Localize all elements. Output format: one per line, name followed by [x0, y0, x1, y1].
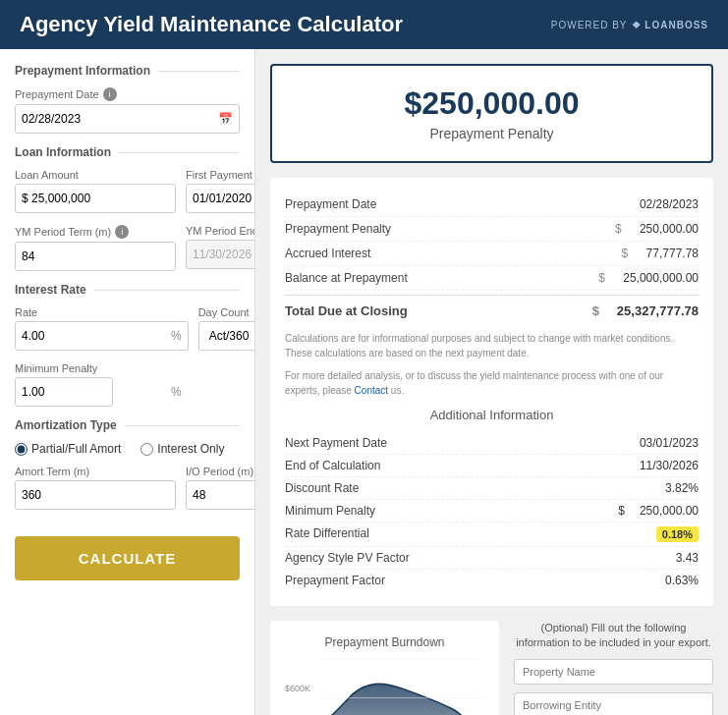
first-payment-input-wrapper: 📅 — [186, 184, 255, 213]
ym-term-info-icon[interactable]: i — [115, 225, 129, 239]
property-name-input[interactable] — [514, 659, 713, 685]
rate-input-wrapper: % — [15, 321, 189, 351]
result-amount: $250,000.00 — [292, 85, 692, 122]
ym-end-input-wrapper — [186, 240, 255, 269]
io-period-group: I/O Period (m) — [186, 466, 255, 510]
total-row-value: $25,327,777.78 — [592, 303, 699, 318]
amort-term-input[interactable] — [22, 488, 169, 502]
left-panel: Prepayment Information Prepayment Date i… — [0, 49, 255, 715]
ym-term-group: YM Period Term (m) i — [15, 225, 176, 271]
interest-only-radio[interactable]: Interest Only — [140, 442, 224, 456]
rate-suffix: % — [171, 329, 182, 343]
rate-diff-badge: 0.18% — [656, 526, 699, 542]
partial-full-amort-label: Partial/Full Amort — [31, 442, 121, 456]
additional-next-payment: Next Payment Date 03/01/2023 — [285, 432, 699, 455]
additional-rate-diff: Rate Differential 0.18% — [285, 522, 699, 547]
prepayment-date-input-wrapper: 📅 — [15, 104, 240, 134]
rate-label: Rate — [15, 306, 189, 318]
day-count-group: Day Count Act/360 Act/365 30/360 — [198, 306, 255, 351]
accrued-interest-row-value: $77,777.78 — [622, 247, 699, 260]
additional-pv-factor: Agency Style PV Factor 3.43 — [285, 547, 699, 570]
chart-section: Prepayment Burndown $600K $400K $200K $0 — [270, 621, 499, 715]
prepayment-date-label: Prepayment Date i — [15, 87, 240, 101]
disclaimer-1: Calculations are for informational purpo… — [285, 331, 699, 360]
day-count-select[interactable]: Act/360 Act/365 30/360 — [199, 322, 255, 350]
first-payment-group: First Payment Date 📅 — [186, 169, 255, 213]
additional-min-penalty: Minimum Penalty $250,000.00 — [285, 500, 699, 522]
chart-container: $600K $400K $200K $0 — [285, 659, 484, 715]
pv-factor-label: Agency Style PV Factor — [285, 551, 410, 565]
app-title: Agency Yield Maintenance Calculator — [20, 12, 403, 37]
io-period-label: I/O Period (m) — [186, 466, 255, 477]
partial-full-amort-radio-input[interactable] — [15, 443, 28, 456]
prepayment-penalty-row-value: $250,000.00 — [615, 222, 699, 236]
min-penalty-group: Minimum Penalty % — [15, 362, 240, 407]
amort-row: Amort Term (m) I/O Period (m) — [15, 466, 240, 522]
chart-plot-area: Q3 2023 Q4 2023 Q1 2024 Q2 2024 Q3 2024 … — [319, 659, 484, 715]
chart-svg — [319, 659, 484, 715]
borrowing-entity-input[interactable] — [514, 692, 713, 715]
calculate-button[interactable]: CALCULATE — [15, 536, 240, 580]
loan-row-2: YM Period Term (m) i YM Period End — [15, 225, 240, 283]
ym-term-input[interactable] — [22, 249, 169, 263]
balance-row-value: $25,000,000.00 — [598, 271, 699, 285]
result-card: $250,000.00 Prepayment Penalty — [270, 64, 713, 163]
ym-end-input — [193, 248, 255, 261]
day-count-select-wrapper: Act/360 Act/365 30/360 — [198, 321, 255, 351]
loan-amount-label: Loan Amount — [15, 169, 176, 181]
balance-row-label: Balance at Prepayment — [285, 271, 408, 285]
rate-diff-label: Rate Differential — [285, 526, 369, 542]
interest-section-title: Interest Rate — [15, 283, 240, 297]
min-penalty-input-wrapper: % — [15, 377, 113, 407]
loan-section-title: Loan Information — [15, 145, 240, 159]
disclaimer-2: For more detailed analysis, or to discus… — [285, 368, 699, 398]
prepayment-date-info-icon[interactable]: i — [103, 87, 117, 101]
summary-row-prepayment-penalty: Prepayment Penalty $250,000.00 — [285, 217, 699, 242]
first-payment-input[interactable] — [193, 192, 255, 205]
summary-row-accrued-interest: Accrued Interest $77,777.78 — [285, 242, 699, 266]
discount-rate-value: 3.82% — [665, 481, 699, 495]
min-penalty-label: Minimum Penalty — [15, 362, 240, 374]
rate-diff-value: 0.18% — [656, 526, 699, 542]
result-label: Prepayment Penalty — [292, 126, 692, 141]
additional-prepayment-factor: Prepayment Factor 0.63% — [285, 570, 699, 591]
prepayment-factor-label: Prepayment Factor — [285, 574, 385, 587]
amort-term-label: Amort Term (m) — [15, 466, 176, 477]
loan-row-1: Loan Amount First Payment Date 📅 — [15, 169, 240, 225]
total-row-label: Total Due at Closing — [285, 303, 408, 318]
io-period-input[interactable] — [193, 488, 255, 502]
right-panel: $250,000.00 Prepayment Penalty Prepaymen… — [255, 49, 728, 715]
contact-link[interactable]: Contact — [355, 385, 388, 396]
next-payment-value: 03/01/2023 — [640, 436, 699, 450]
chart-title: Prepayment Burndown — [285, 635, 484, 649]
amort-type-radio-group: Partial/Full Amort Interest Only — [15, 442, 240, 456]
first-payment-label: First Payment Date — [186, 169, 255, 181]
prepayment-date-row-value: 02/28/2023 — [640, 197, 699, 211]
powered-by: POWERED BY ❖ LOANBOSS — [551, 20, 708, 30]
additional-title: Additional Information — [285, 408, 699, 422]
export-section: (Optional) Fill out the following inform… — [514, 621, 713, 715]
io-period-input-wrapper — [186, 480, 255, 510]
partial-full-amort-radio[interactable]: Partial/Full Amort — [15, 442, 121, 456]
end-calc-value: 11/30/2026 — [640, 459, 699, 472]
loan-amount-input[interactable] — [22, 192, 169, 205]
calendar-icon[interactable]: 📅 — [218, 112, 233, 126]
interest-only-radio-input[interactable] — [140, 443, 153, 456]
min-penalty-suffix: % — [171, 385, 182, 399]
min-penalty-input[interactable] — [22, 385, 169, 399]
next-payment-label: Next Payment Date — [285, 436, 387, 450]
loan-amount-input-wrapper — [15, 184, 176, 213]
additional-end-calc: End of Calculation 11/30/2026 — [285, 455, 699, 477]
rate-group: Rate % — [15, 306, 189, 351]
prepayment-date-input[interactable] — [22, 112, 218, 126]
additional-section: Additional Information Next Payment Date… — [285, 408, 699, 591]
chart-y-labels: $600K $400K $200K $0 — [285, 684, 315, 715]
rate-input[interactable] — [22, 329, 169, 343]
prepayment-penalty-row-label: Prepayment Penalty — [285, 222, 391, 236]
loanboss-logo: ❖ LOANBOSS — [632, 20, 708, 30]
summary-row-total: Total Due at Closing $25,327,777.78 — [285, 295, 699, 323]
loan-amount-group: Loan Amount — [15, 169, 176, 213]
prepayment-factor-value: 0.63% — [665, 574, 699, 587]
export-note: (Optional) Fill out the following inform… — [514, 621, 713, 651]
summary-table: Prepayment Date 02/28/2023 Prepayment Pe… — [270, 178, 713, 606]
